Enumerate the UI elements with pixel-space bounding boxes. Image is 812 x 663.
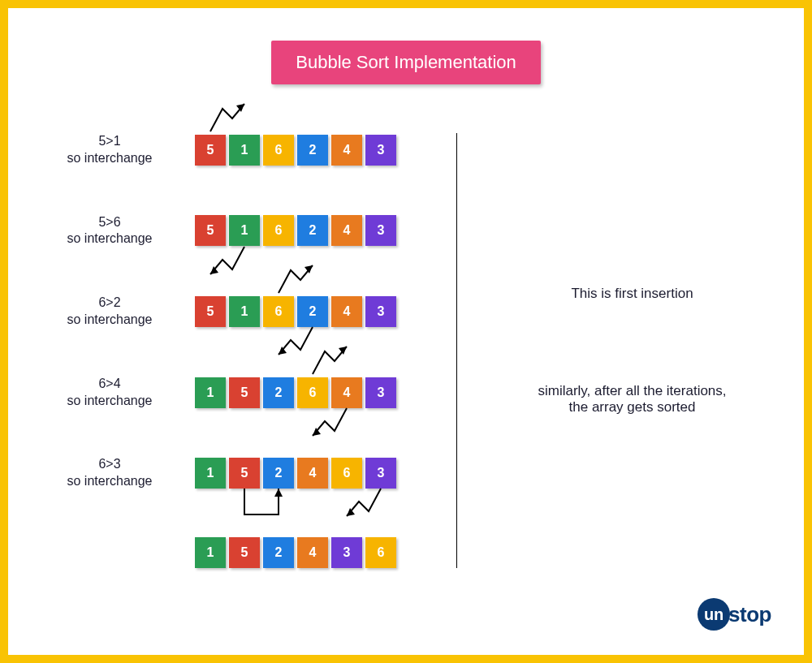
step-comparison: 6>4 (98, 377, 120, 390)
step-action: so interchange (67, 151, 153, 165)
step-row: 152436 (49, 537, 421, 568)
array-cell: 1 (229, 296, 260, 327)
note-after-iterations: similarly, after all the iterations, the… (538, 383, 726, 415)
step-action: so interchange (67, 312, 153, 326)
svg-marker-0 (236, 104, 244, 112)
array-cell: 3 (365, 377, 396, 408)
array-cell: 6 (263, 296, 294, 327)
step-row: 6>3so interchange152463 (49, 456, 421, 490)
array-row: 152463 (195, 458, 396, 489)
step-label: 6>4so interchange (49, 376, 171, 410)
array-cell: 2 (263, 458, 294, 489)
array-cell: 5 (195, 296, 226, 327)
array-row: 152436 (195, 537, 396, 568)
array-cell: 5 (195, 135, 226, 166)
array-cell: 3 (365, 135, 396, 166)
array-cell: 1 (195, 377, 226, 408)
array-cell: 5 (195, 215, 226, 246)
array-cell: 1 (195, 537, 226, 568)
step-comparison: 6>3 (98, 457, 120, 471)
step-comparison: 6>2 (98, 295, 120, 309)
array-cell: 4 (331, 215, 362, 246)
array-row: 516243 (195, 215, 396, 246)
array-cell: 3 (365, 458, 396, 489)
step-action: so interchange (67, 231, 153, 245)
logo-text: stop (728, 602, 771, 627)
array-cell: 4 (331, 135, 362, 166)
array-cell: 1 (229, 215, 260, 246)
array-cell: 6 (263, 135, 294, 166)
diagram-title: Bubble Sort Implementation (271, 41, 541, 84)
step-row: 5>1so interchange516243 (49, 133, 421, 167)
svg-marker-2 (304, 265, 313, 273)
step-label: 6>3so interchange (49, 456, 171, 490)
svg-marker-7 (274, 489, 283, 497)
notes-column: This is first insertion similarly, after… (493, 133, 771, 568)
note-first-insertion: This is first insertion (571, 286, 693, 302)
array-cell: 6 (331, 458, 362, 489)
step-label: 5>1so interchange (49, 133, 171, 167)
step-row: 6>2so interchange516243 (49, 295, 421, 329)
step-action: so interchange (67, 394, 153, 407)
array-cell: 1 (195, 458, 226, 489)
array-cell: 3 (365, 296, 396, 327)
array-cell: 2 (297, 135, 328, 166)
array-cell: 5 (229, 458, 260, 489)
array-cell: 5 (229, 377, 260, 408)
content-row: 5>1so interchange516243 5>6so interchang… (41, 133, 771, 568)
step-row: 5>6so interchange516243 (49, 214, 421, 248)
brand-logo: un stop (698, 598, 771, 631)
step-label: 6>2so interchange (49, 295, 171, 329)
array-cell: 2 (297, 296, 328, 327)
array-cell: 4 (297, 537, 328, 568)
step-comparison: 5>6 (98, 215, 120, 229)
step-comparison: 5>1 (98, 134, 120, 148)
step-row: 6>4so interchange152643 (49, 376, 421, 410)
array-cell: 4 (297, 458, 328, 489)
svg-marker-5 (313, 428, 321, 436)
array-cell: 2 (297, 215, 328, 246)
logo-circle: un (698, 598, 730, 631)
step-label: 5>6so interchange (49, 214, 171, 248)
array-row: 516243 (195, 296, 396, 327)
array-cell: 5 (229, 537, 260, 568)
array-cell: 3 (331, 537, 362, 568)
vertical-divider (456, 133, 457, 568)
array-cell: 4 (331, 296, 362, 327)
array-cell: 6 (297, 377, 328, 408)
array-cell: 2 (263, 537, 294, 568)
array-cell: 6 (365, 537, 396, 568)
array-cell: 6 (263, 215, 294, 246)
diagram-frame: Bubble Sort Implementation 5>1so interch… (0, 0, 812, 663)
array-cell: 1 (229, 135, 260, 166)
array-cell: 4 (331, 377, 362, 408)
svg-marker-4 (339, 347, 347, 355)
array-row: 152643 (195, 377, 396, 408)
array-cell: 2 (263, 377, 294, 408)
array-row: 516243 (195, 135, 396, 166)
diagram-inner: Bubble Sort Implementation 5>1so interch… (8, 8, 804, 655)
steps-column: 5>1so interchange516243 5>6so interchang… (49, 133, 421, 568)
step-action: so interchange (67, 474, 153, 488)
array-cell: 3 (365, 215, 396, 246)
